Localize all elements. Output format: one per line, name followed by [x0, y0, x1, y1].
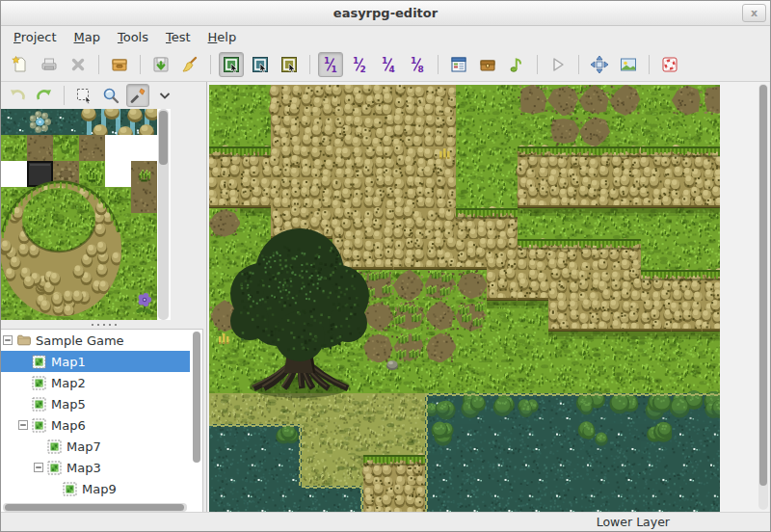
toolbar-separator: [537, 55, 538, 74]
window-title: easyrpg-editor: [1, 6, 770, 20]
select-button[interactable]: [72, 84, 95, 107]
upper-layer-mode-icon: [251, 55, 270, 74]
zoom-1-2-button[interactable]: 12: [347, 52, 372, 77]
map-icon: [32, 376, 46, 390]
tree-expander[interactable]: [3, 333, 16, 347]
help-lifebuoy-icon: [660, 55, 679, 74]
menu-test[interactable]: Test: [157, 28, 199, 46]
toolbar-separator: [309, 55, 310, 74]
tileset-palette-canvas[interactable]: [1, 109, 157, 320]
open-project-button[interactable]: [37, 52, 62, 77]
screenshot-button[interactable]: [616, 52, 641, 77]
tree-item-map8[interactable]: Map8: [1, 499, 190, 502]
zoom-1-2-icon: 12: [350, 55, 369, 74]
tree-item-map6[interactable]: Map6: [1, 414, 190, 436]
folder-icon-slot: [16, 332, 32, 348]
active-layer-status: Lower Layer: [597, 515, 670, 529]
svg-text:1: 1: [411, 56, 416, 66]
map-tree: Sample GameMap1Map2Map5Map6Map7Map3Map9M…: [1, 330, 190, 502]
tree-expander-spacer: [49, 482, 63, 495]
project-settings-button[interactable]: [107, 52, 132, 77]
menu-project[interactable]: Project: [5, 28, 66, 46]
menu-map[interactable]: Map: [66, 28, 109, 46]
map-tree-panel: Sample GameMap1Map2Map5Map6Map7Map3Map9M…: [1, 329, 203, 514]
zoom-1-4-button[interactable]: 14: [376, 52, 401, 77]
expander-minus-icon[interactable]: [34, 463, 43, 472]
map-icon-slot: [47, 460, 63, 475]
svg-text:2: 2: [360, 64, 366, 73]
tree-item-map1[interactable]: Map1: [1, 351, 190, 372]
palette-scrollbar-thumb[interactable]: [159, 111, 168, 165]
close-window-button[interactable]: x: [742, 4, 766, 22]
resource-manager-button[interactable]: [475, 52, 500, 77]
music-icon: [507, 55, 526, 74]
tree-horizontal-scrollbar[interactable]: [3, 503, 187, 512]
undo-button[interactable]: [6, 84, 29, 107]
zoom-tool-button[interactable]: [99, 84, 122, 107]
event-layer-mode-button[interactable]: [277, 52, 302, 77]
new-project-button[interactable]: [8, 52, 33, 77]
music-button[interactable]: [504, 52, 529, 77]
redo-icon: [35, 86, 54, 105]
zoom-tool-icon: [101, 86, 120, 105]
database-button[interactable]: [446, 52, 471, 77]
redo-button[interactable]: [33, 84, 56, 107]
map-icon-slot: [32, 396, 47, 412]
easyrpg-editor-window: easyrpg-editor x ProjectMapToolsTestHelp…: [0, 0, 771, 532]
resource-manager-icon: [478, 55, 497, 74]
menu-tools[interactable]: Tools: [109, 28, 157, 46]
map-canvas[interactable]: [209, 85, 720, 514]
palette-scrollbar[interactable]: [158, 109, 169, 320]
tree-item-sample-game[interactable]: Sample Game: [1, 330, 190, 351]
zoom-1-1-button[interactable]: 11: [318, 52, 343, 77]
chevron-down-button[interactable]: [153, 84, 176, 107]
toolbar-separator: [578, 55, 579, 74]
panel-splitter-handle[interactable]: [1, 320, 206, 329]
map-icon: [47, 439, 62, 454]
play-test-button[interactable]: [545, 52, 571, 77]
chevron-down-icon: [155, 86, 174, 105]
expander-minus-icon[interactable]: [18, 420, 28, 430]
tree-item-map9[interactable]: Map9: [1, 478, 190, 499]
statusbar: Lower Layer: [1, 512, 770, 531]
zoom-1-8-button[interactable]: 18: [405, 52, 430, 77]
map-icon: [32, 397, 46, 412]
svg-text:1: 1: [332, 64, 337, 73]
tree-item-label: Map3: [63, 461, 101, 475]
clean-map-button[interactable]: [177, 52, 202, 77]
tree-item-label: Map1: [47, 355, 86, 369]
map-position-button[interactable]: [587, 52, 612, 77]
tree-vertical-scrollbar-thumb[interactable]: [193, 332, 200, 463]
help-lifebuoy-button[interactable]: [657, 52, 682, 77]
map-viewport: [206, 82, 769, 512]
tree-item-map7[interactable]: Map7: [1, 436, 190, 457]
lower-layer-mode-icon: [222, 55, 241, 74]
upper-layer-mode-button[interactable]: [248, 52, 273, 77]
tree-expander[interactable]: [18, 418, 32, 432]
zoom-1-4-icon: 14: [379, 55, 398, 74]
tree-vertical-scrollbar[interactable]: [192, 332, 201, 501]
expander-minus-icon[interactable]: [3, 335, 13, 345]
brush-button[interactable]: [126, 84, 149, 107]
svg-text:1: 1: [324, 56, 330, 66]
menu-help[interactable]: Help: [199, 28, 246, 46]
tree-horizontal-scrollbar-thumb[interactable]: [5, 504, 184, 511]
map-vertical-scrollbar-thumb[interactable]: [759, 85, 767, 486]
lower-layer-mode-button[interactable]: [219, 52, 244, 77]
project-settings-icon: [110, 55, 129, 74]
map-position-icon: [590, 55, 609, 74]
map-icon-slot: [32, 375, 47, 390]
tree-item-map2[interactable]: Map2: [1, 372, 190, 393]
tree-expander[interactable]: [34, 461, 47, 474]
map-tool-toolbar: [1, 82, 206, 109]
titlebar[interactable]: easyrpg-editor x: [1, 1, 770, 26]
save-map-button[interactable]: [148, 52, 173, 77]
svg-text:8: 8: [418, 64, 424, 73]
tree-item-map3[interactable]: Map3: [1, 457, 190, 478]
map-icon: [63, 482, 77, 496]
tree-item-map5[interactable]: Map5: [1, 393, 190, 414]
map-vertical-scrollbar[interactable]: [758, 84, 768, 510]
toolbar-separator: [140, 55, 141, 74]
close-project-button[interactable]: [66, 52, 91, 77]
select-icon: [74, 86, 93, 105]
